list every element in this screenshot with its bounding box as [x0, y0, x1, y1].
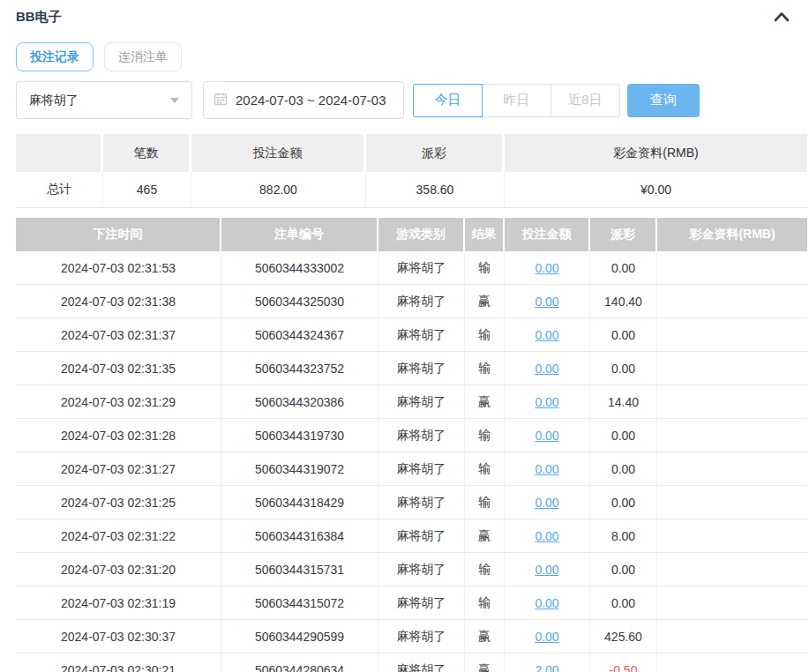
bet-time-cell: 2024-07-03 02:31:25 — [16, 486, 221, 519]
game-category-cell: 麻将胡了 — [378, 452, 465, 486]
bonus-cell — [657, 419, 807, 452]
game-category-cell: 麻将胡了 — [378, 385, 465, 419]
table-row: 2024-07-03 02:31:385060344325030麻将胡了赢0.0… — [16, 285, 807, 318]
bet-amount-link[interactable]: 0.00 — [535, 261, 558, 275]
bonus-cell — [657, 318, 807, 352]
records-col-bet-amount: 投注金额 — [505, 218, 590, 251]
caret-down-icon — [170, 98, 179, 103]
table-row: 2024-07-03 02:31:195060344315072麻将胡了输0.0… — [16, 586, 807, 620]
game-category-cell: 麻将胡了 — [378, 352, 465, 385]
today-button[interactable]: 今日 — [413, 84, 483, 117]
bet-time-cell: 2024-07-03 02:31:53 — [16, 251, 221, 285]
bet-amount-link[interactable]: 0.00 — [535, 429, 558, 443]
records-col-result: 结果 — [465, 218, 505, 251]
game-category-cell: 麻将胡了 — [378, 519, 465, 553]
bonus-cell — [657, 385, 807, 419]
calendar-icon — [213, 92, 228, 108]
game-category-cell: 麻将胡了 — [378, 251, 465, 285]
panel-title: BB电子 — [16, 9, 62, 26]
bonus-cell — [657, 352, 807, 385]
summary-total-bet-amount: 882.00 — [191, 172, 366, 208]
summary-total-bonus: ¥0.00 — [505, 172, 807, 208]
bet-amount-cell: 0.00 — [505, 586, 590, 620]
game-category-cell: 麻将胡了 — [378, 653, 465, 672]
summary-col-payout: 派彩 — [366, 134, 505, 172]
game-select-value: 麻将胡了 — [29, 93, 79, 108]
table-row: 2024-07-03 02:30:215060344280634麻将胡了赢2.0… — [16, 653, 807, 672]
records-table: 下注时间 注单编号 游戏类别 结果 投注金额 派彩 彩金资料(RMB) 2024… — [16, 218, 807, 672]
bet-amount-cell: 0.00 — [505, 553, 590, 586]
bet-amount-cell: 0.00 — [505, 419, 590, 452]
order-number-cell: 5060344280634 — [221, 653, 378, 672]
table-row: 2024-07-03 02:31:255060344318429麻将胡了输0.0… — [16, 486, 807, 519]
payout-cell: -0.50 — [590, 653, 657, 672]
summary-table: 笔数 投注金额 派彩 彩金资料(RMB) 总计 465 882.00 358.6… — [16, 134, 807, 208]
game-category-cell: 麻将胡了 — [378, 486, 465, 519]
filter-bar: 麻将胡了 2024-07-03 ~ 2024-07-03 今日 昨日 近8日 查… — [16, 81, 807, 119]
table-row: 2024-07-03 02:31:225060344316384麻将胡了赢0.0… — [16, 519, 807, 553]
bet-time-cell: 2024-07-03 02:31:19 — [16, 586, 221, 620]
bet-amount-link[interactable]: 0.00 — [535, 596, 558, 610]
result-cell: 输 — [465, 352, 505, 385]
summary-col-blank — [16, 134, 103, 172]
date-range-value: 2024-07-03 ~ 2024-07-03 — [236, 93, 386, 108]
summary-col-bet-amount: 投注金额 — [191, 134, 366, 172]
bonus-cell — [657, 653, 807, 672]
summary-col-bonus: 彩金资料(RMB) — [505, 134, 807, 172]
date-range-picker[interactable]: 2024-07-03 ~ 2024-07-03 — [203, 81, 404, 119]
tab-bet-records[interactable]: 投注记录 — [16, 42, 94, 71]
bet-amount-cell: 0.00 — [505, 285, 590, 318]
bet-amount-link[interactable]: 0.00 — [535, 496, 558, 510]
bonus-cell — [657, 486, 807, 519]
bet-amount-cell: 0.00 — [505, 620, 590, 653]
last-8-days-button[interactable]: 近8日 — [551, 84, 620, 117]
bet-amount-link[interactable]: 0.00 — [535, 630, 558, 644]
bet-amount-link[interactable]: 2.00 — [535, 663, 558, 672]
bet-amount-cell: 0.00 — [505, 251, 590, 285]
order-number-cell: 5060344318429 — [221, 486, 378, 519]
order-number-cell: 5060344325030 — [221, 285, 378, 318]
tab-cascade-orders[interactable]: 连消注单 — [104, 42, 182, 71]
order-number-cell: 5060344333002 — [221, 251, 378, 285]
bet-time-cell: 2024-07-03 02:31:37 — [16, 318, 221, 352]
game-select[interactable]: 麻将胡了 — [16, 81, 192, 119]
bonus-cell — [657, 251, 807, 285]
bet-time-cell: 2024-07-03 02:31:20 — [16, 553, 221, 586]
bet-amount-link[interactable]: 0.00 — [535, 462, 558, 476]
order-number-cell: 5060344319730 — [221, 419, 378, 452]
result-cell: 输 — [465, 419, 505, 452]
records-col-bet-time: 下注时间 — [16, 218, 221, 251]
payout-cell: 0.00 — [590, 352, 657, 385]
result-cell: 输 — [465, 486, 505, 519]
order-number-cell: 5060344315072 — [221, 586, 378, 620]
query-button[interactable]: 查询 — [627, 84, 700, 117]
bonus-cell — [657, 285, 807, 318]
result-cell: 赢 — [465, 620, 505, 653]
summary-col-count: 笔数 — [103, 134, 191, 172]
bet-amount-link[interactable]: 0.00 — [535, 529, 558, 543]
game-category-cell: 麻将胡了 — [378, 285, 465, 318]
bet-amount-link[interactable]: 0.00 — [535, 295, 558, 309]
table-row: 2024-07-03 02:31:355060344323752麻将胡了输0.0… — [16, 352, 807, 385]
bet-amount-link[interactable]: 0.00 — [535, 395, 558, 409]
quick-range-group: 今日 昨日 近8日 — [413, 84, 620, 117]
tab-bar: 投注记录 连消注单 — [16, 42, 807, 71]
yesterday-button[interactable]: 昨日 — [482, 84, 551, 117]
table-row: 2024-07-03 02:31:535060344333002麻将胡了输0.0… — [16, 251, 807, 285]
records-col-order-number: 注单编号 — [221, 218, 378, 251]
collapse-button[interactable] — [770, 7, 793, 26]
bet-amount-link[interactable]: 0.00 — [535, 328, 558, 342]
bet-amount-link[interactable]: 0.00 — [535, 362, 558, 376]
bet-time-cell: 2024-07-03 02:31:38 — [16, 285, 221, 318]
bet-amount-link[interactable]: 0.00 — [535, 563, 558, 577]
summary-header-row: 笔数 投注金额 派彩 彩金资料(RMB) — [16, 134, 807, 172]
result-cell: 输 — [465, 318, 505, 352]
result-cell: 输 — [465, 452, 505, 486]
game-category-cell: 麻将胡了 — [378, 620, 465, 653]
bet-time-cell: 2024-07-03 02:31:28 — [16, 419, 221, 452]
records-header-row: 下注时间 注单编号 游戏类别 结果 投注金额 派彩 彩金资料(RMB) — [16, 218, 807, 251]
payout-cell: 0.00 — [590, 586, 657, 620]
bonus-cell — [657, 519, 807, 553]
payout-cell: 0.00 — [590, 318, 657, 352]
bet-time-cell: 2024-07-03 02:31:29 — [16, 385, 221, 419]
